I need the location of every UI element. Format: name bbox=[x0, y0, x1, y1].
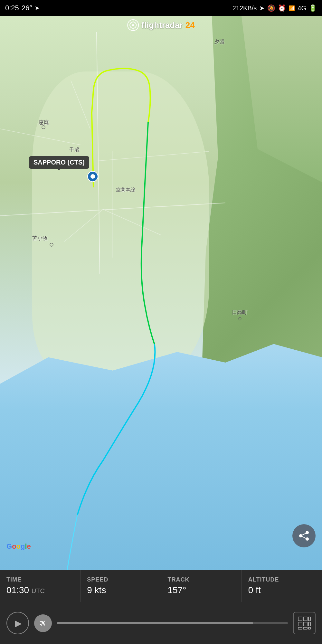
play-button[interactable]: ▶ bbox=[6, 612, 29, 634]
speed-value: 9 kts bbox=[87, 585, 154, 595]
svg-line-17 bbox=[301, 536, 307, 539]
alarm-icon: ⏰ bbox=[278, 4, 286, 12]
svg-rect-24 bbox=[303, 617, 307, 621]
location-icon: ➤ bbox=[35, 5, 40, 12]
stat-track: TRACK 157° bbox=[161, 570, 242, 602]
grid-button[interactable] bbox=[293, 612, 316, 634]
share-button[interactable] bbox=[292, 524, 316, 547]
svg-point-20 bbox=[132, 24, 134, 26]
status-bar: 0:25 26° ➤ 212KB/s ➤ 🔕 ⏰ 📶 4G 🔋 bbox=[0, 0, 322, 16]
speed-label: SPEED bbox=[87, 576, 154, 583]
stat-speed: SPEED 9 kts bbox=[80, 570, 161, 602]
map-label-small1 bbox=[0, 26, 113, 33]
network-speed: 212KB/s bbox=[232, 5, 257, 12]
progress-bar-fill bbox=[57, 622, 253, 624]
airport-label: SAPPORO (CTS) bbox=[29, 156, 89, 169]
altitude-label: ALTITUDE bbox=[248, 576, 316, 583]
time-label: TIME bbox=[6, 576, 74, 583]
network-type: 4G bbox=[298, 5, 306, 12]
map-background: SAPPORO (CTS) 恵庭 夕張 千歳 苫小牧 日高町 室蘭 bbox=[0, 16, 322, 570]
altitude-value: 0 ft bbox=[248, 585, 316, 595]
controls-row: ▶ ✈ bbox=[0, 602, 322, 644]
track-label: TRACK bbox=[168, 576, 235, 583]
city-label-yubari: 夕張 bbox=[214, 39, 224, 45]
flightradar-logo: flightradar24 bbox=[127, 19, 195, 31]
status-time: 0:25 bbox=[5, 4, 19, 12]
stat-altitude: ALTITUDE 0 ft bbox=[242, 570, 322, 602]
svg-point-9 bbox=[90, 174, 95, 179]
airport-pin bbox=[86, 171, 99, 188]
svg-rect-30 bbox=[303, 627, 307, 629]
svg-rect-25 bbox=[308, 617, 310, 621]
stats-row: TIME 01:30 UTC SPEED 9 kts TRACK 157° AL… bbox=[0, 570, 322, 602]
time-value: 01:30 UTC bbox=[6, 585, 74, 595]
logo-text-orange: 24 bbox=[185, 20, 195, 30]
status-temp: 26° bbox=[22, 4, 32, 12]
stat-time: TIME 01:30 UTC bbox=[0, 570, 80, 602]
grid-icon bbox=[297, 616, 311, 630]
logo-text-white: flightradar bbox=[141, 20, 183, 30]
city-label-hidaka: 日高町 bbox=[232, 309, 247, 316]
svg-rect-27 bbox=[303, 622, 307, 626]
mute-icon: 🔕 bbox=[267, 4, 275, 12]
send-icon: ➤ bbox=[259, 4, 265, 12]
progress-bar[interactable] bbox=[57, 622, 288, 624]
battery-icon: 🔋 bbox=[309, 4, 317, 12]
city-label-tomakomai: 苫小牧 bbox=[32, 235, 48, 242]
flight-path bbox=[0, 16, 322, 570]
svg-rect-29 bbox=[298, 627, 302, 629]
svg-rect-23 bbox=[298, 617, 302, 621]
svg-line-16 bbox=[301, 533, 307, 536]
track-value: 157° bbox=[168, 585, 235, 595]
google-logo: Google bbox=[6, 542, 31, 551]
svg-rect-26 bbox=[298, 622, 302, 626]
plane-button[interactable]: ✈ bbox=[34, 614, 52, 632]
city-label-keini: 恵庭 bbox=[39, 119, 49, 126]
map-container[interactable]: SAPPORO (CTS) 恵庭 夕張 千歳 苫小牧 日高町 室蘭 bbox=[0, 16, 322, 570]
svg-rect-31 bbox=[308, 627, 310, 629]
signal-icon: 📶 bbox=[289, 5, 295, 11]
svg-rect-28 bbox=[308, 622, 310, 626]
rail-label: 室蘭本線 bbox=[116, 187, 135, 193]
city-label-chitose: 千歳 bbox=[69, 147, 80, 153]
bottom-panel: TIME 01:30 UTC SPEED 9 kts TRACK 157° AL… bbox=[0, 570, 322, 644]
